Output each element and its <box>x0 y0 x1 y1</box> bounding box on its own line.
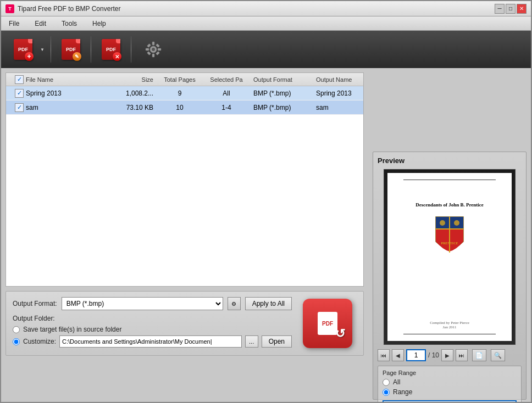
format-row: Output Format: BMP (*.bmp) ⚙ Apply to Al… <box>13 297 292 310</box>
range-radio[interactable] <box>383 389 390 396</box>
range-label: Range <box>393 388 412 396</box>
convert-icon: PDF ↺ <box>312 308 343 339</box>
settings-area: Output Format: BMP (*.bmp) ⚙ Apply to Al… <box>13 297 292 350</box>
pdf-remove-doc-icon: PDF ✕ <box>102 39 120 60</box>
col-header-output: Output Name <box>312 76 363 83</box>
row2-name: sam <box>26 104 114 111</box>
row2-output: sam <box>312 104 363 111</box>
output-format-label: Output Format: <box>13 300 57 307</box>
preview-top-line <box>403 180 496 180</box>
edit-pdf-button[interactable]: PDF ✎ <box>56 34 86 65</box>
maximize-button[interactable]: □ <box>506 4 516 14</box>
window-controls: ─ □ ✕ <box>495 4 527 14</box>
row2-size: 73.10 KB <box>114 104 158 111</box>
edit-badge-icon: ✎ <box>73 52 81 61</box>
row2-selected: 1-4 <box>202 104 251 111</box>
preview-image: Descendants of John B. Prentice <box>384 169 516 345</box>
file-row[interactable]: ✓ Spring 2013 1,008.2... 9 All BMP (*.bm… <box>6 86 363 100</box>
preview-doc-title: Descendants of John B. Prentice <box>415 202 484 208</box>
close-button[interactable]: ✕ <box>517 4 527 14</box>
row1-selected: All <box>202 89 251 97</box>
row1-checkbox[interactable]: ✓ <box>15 89 24 98</box>
convert-button[interactable]: PDF ↺ <box>303 299 352 348</box>
page-number-input[interactable] <box>406 349 426 361</box>
menu-help[interactable]: Help <box>89 19 109 29</box>
minimize-button[interactable]: ─ <box>495 4 505 14</box>
save-source-radio[interactable] <box>13 326 20 333</box>
last-page-button[interactable]: ⏭ <box>456 349 468 361</box>
folder-label-row: Output Folder: <box>13 315 292 322</box>
col-header-total: Total Pages <box>158 76 202 83</box>
preview-label: Preview <box>378 156 522 165</box>
preview-inner: Descendants of John B. Prentice <box>387 173 512 341</box>
save-source-label: Save target file(s) in source folder <box>23 326 121 333</box>
col-header-name: File Name <box>26 76 114 83</box>
svg-rect-4 <box>146 48 149 51</box>
all-pages-radio[interactable] <box>383 379 390 386</box>
output-format-select[interactable]: BMP (*.bmp) <box>62 297 223 310</box>
customize-radio-row: Customize: ... Open <box>13 335 292 348</box>
title-bar: T Tipard Free PDF to BMP Converter ─ □ ✕ <box>1 1 531 16</box>
apply-to-all-button[interactable]: Apply to All <box>245 297 292 310</box>
format-settings-icon-button[interactable]: ⚙ <box>228 297 241 310</box>
file-list-area: ✓ File Name Size Total Pages Selected Pa… <box>5 72 364 287</box>
customize-label: Customize: <box>23 338 56 345</box>
main-content: ✓ File Name Size Total Pages Selected Pa… <box>1 68 531 403</box>
browse-button[interactable]: ... <box>245 335 258 348</box>
row2-format: BMP (*.bmp) <box>251 104 312 111</box>
svg-rect-3 <box>152 54 154 57</box>
range-input[interactable] <box>383 400 517 403</box>
pdf-doc-icon: PDF + <box>14 39 32 60</box>
row1-format: BMP (*.bmp) <box>251 89 312 97</box>
svg-rect-2 <box>152 42 154 45</box>
output-folder-label: Output Folder: <box>13 315 55 322</box>
convert-arrow-icon: ↺ <box>335 327 345 341</box>
row2-total: 10 <box>158 104 202 111</box>
add-pdf-dropdown-arrow[interactable]: ▼ <box>38 34 46 65</box>
file-row[interactable]: ✓ sam 73.10 KB 10 1-4 BMP (*.bmp) sam <box>6 100 363 115</box>
left-area: ✓ File Name Size Total Pages Selected Pa… <box>1 68 368 403</box>
path-input[interactable] <box>59 335 242 348</box>
page-range-section: Page Range All Range Pages: e.g.(1,3,6,8… <box>378 366 522 403</box>
svg-rect-8 <box>147 51 151 55</box>
svg-rect-9 <box>156 51 159 55</box>
row1-size: 1,008.2... <box>114 89 158 97</box>
first-page-button[interactable]: ⏮ <box>378 349 390 361</box>
customize-radio[interactable] <box>13 338 20 345</box>
next-page-button[interactable]: ▶ <box>441 349 453 361</box>
nav-controls: ⏮ ◀ / 10 ▶ ⏭ 📄 🔍 <box>378 349 522 361</box>
prev-page-button[interactable]: ◀ <box>392 349 404 361</box>
remove-pdf-icon: PDF ✕ <box>99 38 123 61</box>
col-header-format: Output Format <box>251 76 312 83</box>
page-range-title: Page Range <box>383 370 517 376</box>
svg-rect-5 <box>158 48 161 51</box>
view-mode-button-1[interactable]: 📄 <box>472 349 486 361</box>
row1-output: Spring 2013 <box>312 89 363 97</box>
svg-text:PRENTICE: PRENTICE <box>441 242 458 245</box>
all-pages-label: All <box>393 378 400 386</box>
toolbar: PDF + ▼ PDF ✎ PDF ✕ <box>1 31 531 68</box>
row2-checkbox[interactable]: ✓ <box>15 103 24 112</box>
svg-rect-6 <box>147 43 151 47</box>
menu-edit[interactable]: Edit <box>31 19 49 29</box>
view-mode-button-2[interactable]: 🔍 <box>491 349 505 361</box>
toolbar-separator-3 <box>131 36 131 63</box>
add-pdf-button[interactable]: PDF + <box>8 34 38 65</box>
open-folder-button[interactable]: Open <box>262 335 292 348</box>
add-pdf-icon: PDF + <box>12 38 35 61</box>
save-source-radio-row: Save target file(s) in source folder <box>13 326 292 333</box>
row1-total: 9 <box>158 89 202 97</box>
select-all-checkbox[interactable]: ✓ <box>15 75 24 84</box>
svg-point-12 <box>440 220 445 226</box>
preview-doc-subtitle: Compiled by Peter Pierce Jan 2011 <box>430 321 469 329</box>
settings-button[interactable] <box>140 36 167 63</box>
menu-tools[interactable]: Tools <box>58 19 80 29</box>
edit-pdf-icon: PDF ✎ <box>59 38 82 61</box>
preview-bottom-line <box>403 334 496 334</box>
remove-pdf-button[interactable]: PDF ✕ <box>96 34 126 65</box>
app-icon: T <box>5 4 14 13</box>
range-radio-row: Range <box>383 388 517 396</box>
pdf-edit-doc-icon: PDF ✎ <box>62 39 80 60</box>
gear-icon <box>143 40 163 59</box>
menu-file[interactable]: File <box>5 19 23 29</box>
